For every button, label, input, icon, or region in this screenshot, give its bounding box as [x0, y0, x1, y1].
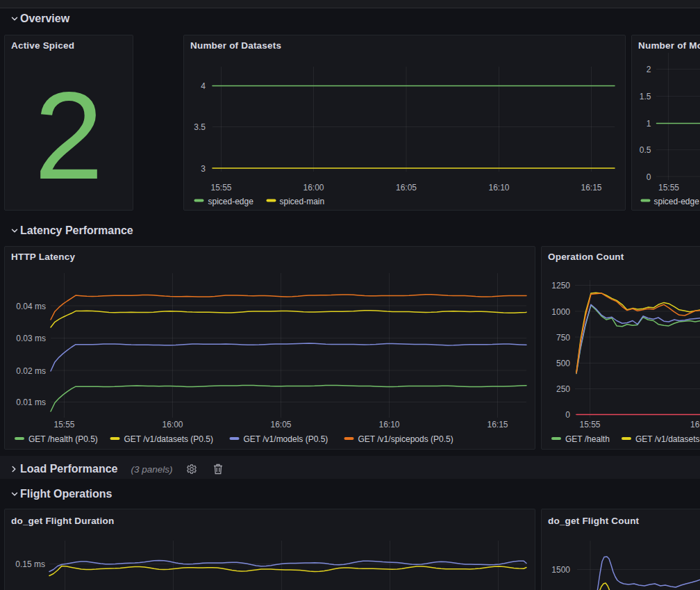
- svg-text:16:00: 16:00: [162, 420, 183, 429]
- svg-text:16:05: 16:05: [396, 183, 417, 192]
- svg-text:GET /v1/datasets: GET /v1/datasets: [635, 434, 700, 444]
- svg-text:250: 250: [556, 384, 570, 394]
- svg-text:15:55: 15:55: [658, 183, 679, 192]
- svg-text:0.04 ms: 0.04 ms: [16, 302, 46, 311]
- svg-text:spiced-edge: spiced-edge: [654, 197, 700, 206]
- svg-text:16:15: 16:15: [581, 183, 601, 192]
- svg-text:GET /v1/spicepods (P0.5): GET /v1/spicepods (P0.5): [358, 434, 453, 444]
- svg-text:spiced-edge: spiced-edge: [208, 197, 254, 206]
- svg-text:15:55: 15:55: [53, 420, 74, 429]
- svg-text:0.02 ms: 0.02 ms: [16, 366, 46, 376]
- svg-text:3: 3: [201, 164, 206, 174]
- svg-text:15:55: 15:55: [579, 420, 600, 429]
- svg-text:500: 500: [556, 359, 570, 368]
- svg-text:1000: 1000: [551, 307, 570, 317]
- svg-text:4: 4: [201, 81, 206, 91]
- svg-text:0: 0: [647, 172, 651, 182]
- svg-text:GET /v1/models (P0.5): GET /v1/models (P0.5): [244, 434, 328, 444]
- svg-text:0.03 ms: 0.03 ms: [16, 334, 46, 343]
- svg-text:1: 1: [647, 119, 651, 129]
- svg-text:16:10: 16:10: [378, 420, 399, 429]
- svg-text:1.5: 1.5: [640, 92, 651, 101]
- svg-text:1250: 1250: [551, 281, 570, 290]
- svg-text:2: 2: [647, 65, 651, 74]
- svg-text:16:00: 16:00: [690, 420, 700, 429]
- svg-text:GET /health: GET /health: [565, 434, 610, 444]
- svg-text:750: 750: [556, 333, 570, 343]
- svg-text:0.15 ms: 0.15 ms: [15, 559, 45, 569]
- svg-text:16:00: 16:00: [303, 183, 324, 192]
- svg-text:1500: 1500: [551, 565, 570, 575]
- svg-text:16:05: 16:05: [270, 420, 291, 429]
- svg-text:GET /v1/datasets (P0.5): GET /v1/datasets (P0.5): [124, 434, 214, 444]
- svg-text:15:55: 15:55: [210, 183, 231, 192]
- svg-text:16:15: 16:15: [487, 420, 508, 429]
- svg-text:0: 0: [565, 410, 570, 420]
- svg-text:spiced-main: spiced-main: [280, 197, 325, 206]
- svg-text:GET /health (P0.5): GET /health (P0.5): [28, 434, 98, 444]
- svg-text:0.5: 0.5: [640, 145, 651, 155]
- svg-text:0.01 ms: 0.01 ms: [16, 398, 46, 407]
- svg-text:16:10: 16:10: [488, 183, 509, 192]
- svg-text:3.5: 3.5: [194, 122, 206, 132]
